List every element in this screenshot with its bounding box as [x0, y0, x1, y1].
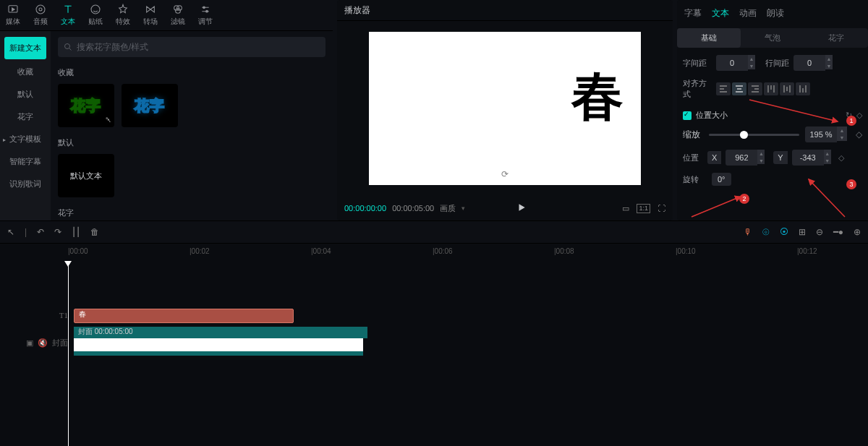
section-pos-size: 位置大小	[696, 110, 728, 121]
timeline: |00:00|00:02|00:04|00:06|00:08|00:10|00:…	[0, 244, 868, 446]
search-placeholder: 搜索花字颜色/样式	[77, 41, 148, 53]
keyframe-icon[interactable]: ◇	[838, 153, 844, 163]
tool-effect[interactable]: 特效	[116, 4, 130, 27]
tool-transition[interactable]: 转场	[143, 4, 158, 27]
char-spacing-input[interactable]: ▲▼	[716, 55, 755, 71]
preview-icon[interactable]: ⊞	[799, 227, 806, 237]
lib-tab-lyric[interactable]: 识别歌词	[0, 173, 51, 195]
asset-default-text[interactable]: 默认文本	[58, 154, 114, 197]
text-clip[interactable]: 春	[74, 309, 294, 323]
scale-slider[interactable]	[709, 134, 799, 136]
lib-tab-fav[interactable]: 收藏	[0, 61, 51, 83]
pointer-icon[interactable]: ↖	[7, 227, 14, 237]
search-input[interactable]: 搜索花字颜色/样式	[58, 37, 326, 57]
svg-point-8	[206, 10, 208, 12]
annotation-1: 1	[846, 116, 856, 126]
svg-line-11	[692, 197, 741, 217]
delete-icon[interactable]: 🗑	[90, 227, 99, 237]
text-layer[interactable]: 春	[571, 71, 624, 123]
panel-tab-3[interactable]: 朗读	[767, 7, 784, 20]
zoom-in-icon[interactable]: ⊕	[854, 227, 861, 237]
svg-point-7	[203, 7, 205, 9]
lib-sidebar: 新建文本收藏默认花字▸文字模板智能字幕识别歌词	[0, 31, 51, 220]
section-fancy: 花字	[58, 207, 326, 218]
tool-media[interactable]: 媒体	[6, 4, 20, 27]
fullscreen-icon[interactable]: ⛶	[658, 204, 665, 213]
svg-point-6	[176, 9, 181, 14]
tool-audio[interactable]: 音频	[33, 4, 48, 27]
tool-sticker[interactable]: 贴纸	[88, 4, 103, 27]
split-icon[interactable]: ⎮⎮	[72, 227, 80, 237]
panel-sub-0[interactable]: 基础	[677, 28, 741, 48]
keyframe-icon[interactable]: ◇	[856, 129, 862, 140]
align-v-bot[interactable]	[796, 82, 810, 95]
lock-icon[interactable]: ▣	[26, 338, 33, 348]
player-panel: 播放器 春 ⟳ 00:00:00:00 00:00:05:00 画质 ▾ ▭ 1…	[337, 0, 673, 220]
undo-icon[interactable]: ↶	[37, 227, 44, 237]
pos-size-checkbox[interactable]	[683, 111, 692, 120]
svg-point-2	[39, 8, 42, 11]
properties-panel: 字幕文本动画朗读 基础气泡花字 字间距 ▲▼ 行间距 ▲▼ 对齐方式 位置大小 …	[677, 0, 868, 220]
align-v-mid[interactable]	[780, 82, 794, 95]
annotation-2: 2	[739, 194, 749, 204]
label-position: 位置	[683, 153, 703, 163]
panel-tab-2[interactable]: 动画	[739, 7, 757, 20]
tool-text[interactable]: 文本	[61, 4, 75, 27]
pos-x-input[interactable]: ▲▼	[726, 150, 765, 166]
download-icon: ␡	[106, 116, 111, 124]
asset-fancy-2[interactable]: 花字	[122, 84, 178, 127]
step-up-icon[interactable]: ▲	[748, 55, 755, 62]
svg-point-3	[91, 5, 100, 14]
player-title: 播放器	[337, 0, 673, 21]
main-toolbar: 媒体音频文本贴纸特效转场滤镜调节	[0, 0, 333, 31]
cover-label[interactable]: 封面	[52, 338, 68, 348]
lib-tab-new-text[interactable]: 新建文本	[4, 37, 46, 59]
align-right[interactable]	[748, 82, 762, 95]
step-down-icon[interactable]: ▼	[748, 62, 755, 69]
x-label: X	[707, 151, 721, 164]
mute-icon[interactable]: 🔇	[38, 338, 48, 348]
ratio-icon[interactable]: ▭	[622, 204, 629, 213]
video-clip-footer	[74, 351, 363, 356]
asset-fancy-1[interactable]: 花字␡	[58, 84, 114, 127]
text-track: T1 春	[0, 306, 868, 325]
panel-tab-0[interactable]: 字幕	[684, 7, 702, 20]
tool-adjust[interactable]: 调节	[198, 4, 213, 27]
align-left[interactable]	[716, 82, 731, 95]
lib-tab-fancy[interactable]: 花字	[0, 106, 51, 128]
label-align: 对齐方式	[683, 78, 712, 100]
lib-tab-tmpl[interactable]: ▸文字模板	[0, 128, 51, 150]
video-clip[interactable]	[74, 338, 363, 351]
lib-tab-default[interactable]: 默认	[0, 83, 51, 106]
play-button[interactable]	[516, 202, 527, 214]
line-spacing-input[interactable]: ▲▼	[793, 55, 833, 71]
magnet-icon[interactable]: ⦾	[762, 227, 770, 237]
panel-sub-2[interactable]: 花字	[804, 28, 868, 48]
keyframe-icon[interactable]: ◇	[856, 111, 862, 120]
link-icon[interactable]: ⦿	[780, 227, 788, 237]
panel-sub-1[interactable]: 气泡	[741, 28, 804, 48]
quality-menu[interactable]: 画质	[440, 203, 456, 214]
align-v-top[interactable]	[764, 82, 778, 95]
scale-input[interactable]: ▲▼	[805, 126, 850, 142]
timeline-toolbar: ↖ | ↶ ↷ ⎮⎮ 🗑 🎙 ⦾ ⦿ ⊞ ⊖ ━● ⊕	[0, 220, 868, 244]
lib-tab-smart[interactable]: 智能字幕	[0, 150, 51, 173]
zoom-out-icon[interactable]: ⊖	[816, 227, 823, 237]
panel-tab-1[interactable]: 文本	[712, 7, 729, 20]
rotation-value[interactable]: 0°	[712, 173, 731, 186]
tool-filter[interactable]: 滤镜	[171, 4, 185, 27]
svg-point-1	[36, 5, 45, 14]
player-canvas[interactable]: 春 ⟳	[369, 32, 641, 185]
align-center[interactable]	[732, 82, 746, 95]
time-ruler[interactable]: |00:00|00:02|00:04|00:06|00:08|00:10|00:…	[68, 244, 868, 261]
zoom-slider[interactable]: ━●	[833, 227, 843, 237]
redo-icon[interactable]: ↷	[54, 227, 61, 237]
search-icon	[64, 43, 72, 51]
original-icon[interactable]: 1:1	[637, 204, 650, 213]
pos-y-input[interactable]: ▲▼	[792, 150, 831, 166]
playhead[interactable]	[68, 261, 69, 446]
mic-icon[interactable]: 🎙	[744, 227, 752, 237]
svg-point-9	[65, 44, 70, 49]
section-default: 默认	[58, 137, 326, 148]
label-line-spacing: 行间距	[765, 58, 789, 69]
